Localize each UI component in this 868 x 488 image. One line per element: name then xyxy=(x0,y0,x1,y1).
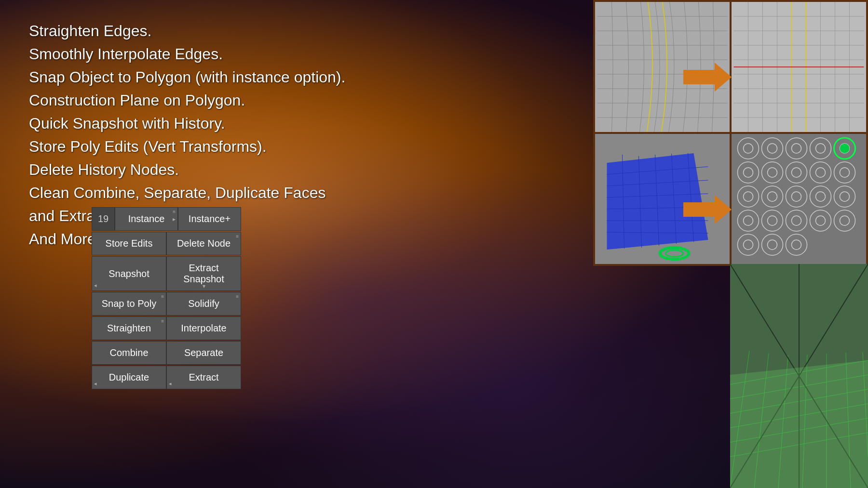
feature-line-3: Snap Object to Polygon (with instance op… xyxy=(29,66,345,89)
instance-plus-button[interactable]: Instance+ xyxy=(178,207,241,231)
mesh-before-cell xyxy=(595,2,730,132)
feature-line-1: Straighten Edges. xyxy=(29,19,345,42)
green-mesh-svg xyxy=(730,264,868,488)
duplicate-arrow-icon: ◂ xyxy=(94,381,97,387)
svg-point-92 xyxy=(840,144,850,153)
combine-button[interactable]: Combine xyxy=(92,341,166,365)
delete-node-menu-icon: ≡ xyxy=(236,234,239,239)
interpolate-button[interactable]: Interpolate xyxy=(166,317,241,340)
store-edits-button[interactable]: Store Edits xyxy=(92,232,166,255)
green-mesh-cell xyxy=(730,264,868,488)
extract-arrow-icon: ◂ xyxy=(169,381,172,387)
straighten-button[interactable]: Straighten ≡ xyxy=(92,317,166,340)
separate-button[interactable]: Separate xyxy=(166,341,241,365)
preview-grid xyxy=(593,0,868,266)
instance-button[interactable]: Instance ≡ xyxy=(115,207,178,231)
svg-marker-112 xyxy=(730,360,868,488)
feature-line-8: Clean Combine, Separate, Duplicate Faces xyxy=(29,181,345,204)
mesh-before-svg xyxy=(595,2,730,132)
extract-snapshot-button[interactable]: ExtractSnapshot xyxy=(166,256,241,291)
duplicate-row: Duplicate ◂ Extract ◂ xyxy=(92,366,241,389)
combine-row: Combine Separate xyxy=(92,341,241,365)
straighten-menu-icon: ≡ xyxy=(161,319,164,324)
snap-to-poly-button[interactable]: Snap to Poly ≡ xyxy=(92,292,166,316)
snap-poly-menu-icon: ≡ xyxy=(161,294,164,299)
snapshot-row: Snapshot ◂ ExtractSnapshot xyxy=(92,256,241,291)
feature-line-5: Quick Snapshot with History. xyxy=(29,112,345,135)
tool-panel: 19 Instance ≡ Instance+ Store Edits Dele… xyxy=(92,207,241,390)
duplicate-button[interactable]: Duplicate ◂ xyxy=(92,366,166,389)
delete-node-button[interactable]: Delete Node ≡ xyxy=(166,232,241,255)
feature-line-2: Smoothly Interpolate Edges. xyxy=(29,42,345,66)
poly-row: Snap to Poly ≡ Solidify ≡ xyxy=(92,292,241,316)
mesh-after-svg xyxy=(732,2,866,132)
svg-rect-0 xyxy=(597,2,728,132)
feature-line-7: Delete History Nodes. xyxy=(29,158,345,181)
instances-cell xyxy=(732,134,866,264)
instance-row: 19 Instance ≡ Instance+ xyxy=(92,207,241,231)
extract-button[interactable]: Extract ◂ xyxy=(166,366,241,389)
instances-svg xyxy=(732,134,866,264)
snapshot-button[interactable]: Snapshot ◂ xyxy=(92,256,166,291)
feature-line-6: Store Poly Edits (Vert Transforms). xyxy=(29,135,345,158)
edits-row: Store Edits Delete Node ≡ xyxy=(92,232,241,255)
straighten-row: Straighten ≡ Interpolate xyxy=(92,317,241,340)
blue-cube-svg xyxy=(595,134,730,264)
instance-menu-icon: ≡ xyxy=(173,210,176,214)
solidify-button[interactable]: Solidify ≡ xyxy=(166,292,241,316)
snapshot-arrow-icon: ◂ xyxy=(94,282,97,289)
solidify-menu-icon: ≡ xyxy=(236,294,239,299)
blue-cube-cell xyxy=(595,134,730,264)
feature-line-4: Construction Plane on Polygon. xyxy=(29,89,345,112)
mesh-after-cell xyxy=(732,2,866,132)
instance-count: 19 xyxy=(92,207,115,231)
